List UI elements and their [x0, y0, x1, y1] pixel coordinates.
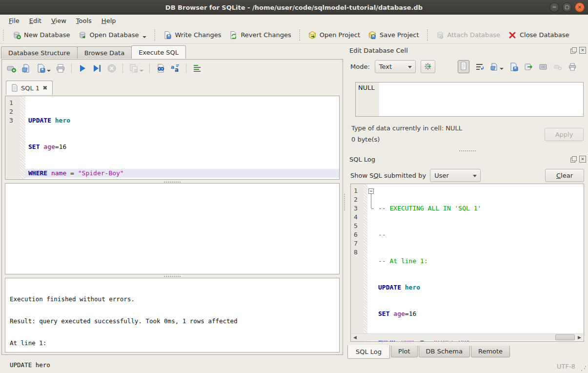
- tab-browse-data[interactable]: Browse Data: [77, 46, 132, 59]
- dock-tab-db-schema[interactable]: DB Schema: [419, 346, 470, 357]
- close-dock-icon[interactable]: ✕: [579, 47, 586, 54]
- dock-tab-bar: SQL Log Plot DB Schema Remote: [347, 346, 511, 359]
- menu-view[interactable]: View: [46, 16, 71, 26]
- export-results-icon: [129, 63, 139, 73]
- revert-changes-button[interactable]: Revert Changes: [225, 29, 295, 41]
- export-data-button[interactable]: [509, 62, 518, 71]
- message-line: Result: query executed successfully. Too…: [10, 317, 335, 325]
- edit-cell-dock-header: Edit Database Cell ✕: [349, 45, 586, 55]
- open-file-icon: [490, 62, 499, 71]
- print-button[interactable]: [56, 63, 65, 73]
- execute-line-button[interactable]: [92, 63, 102, 73]
- cell-size-info: 0 byte(s): [351, 136, 380, 143]
- editor-line-numbers: 1 2 3: [5, 96, 20, 179]
- sql-log-title: SQL Log: [349, 156, 375, 163]
- write-changes-button[interactable]: Write Changes: [159, 29, 225, 41]
- svg-text:a: a: [171, 64, 174, 70]
- menubar: File Edit View Tools Help: [0, 15, 588, 26]
- close-tab-icon[interactable]: ✖: [42, 84, 47, 91]
- new-database-button[interactable]: New Database: [8, 29, 74, 41]
- log-fold-markers: [367, 184, 375, 341]
- log-line: --: [375, 230, 584, 239]
- minimize-button[interactable]: ─: [549, 2, 559, 12]
- save-sql-file-button[interactable]: [36, 63, 51, 73]
- save-as-button[interactable]: [524, 62, 533, 71]
- auto-indent-button[interactable]: [192, 63, 202, 73]
- dock-splitter[interactable]: [420, 149, 515, 152]
- toolbar-handle[interactable]: [3, 30, 6, 41]
- chevron-down-icon: [142, 36, 146, 38]
- menu-help[interactable]: Help: [97, 16, 121, 26]
- chevron-down-icon: [47, 70, 51, 72]
- execution-message-pane[interactable]: Execution finished without errors. Resul…: [5, 278, 340, 352]
- open-project-button[interactable]: Open Project: [304, 29, 364, 41]
- fold-collapse-icon[interactable]: [367, 186, 375, 195]
- set-null-button: [553, 62, 562, 71]
- editor-fold-margin: [20, 96, 25, 179]
- cell-type-info: Type of data currently in cell: NULL: [351, 124, 462, 132]
- execute-all-button[interactable]: [78, 63, 87, 73]
- tab-database-structure[interactable]: Database Structure: [1, 46, 78, 59]
- tab-execute-sql[interactable]: Execute SQL: [131, 45, 186, 59]
- sql-log-filter-row: Show SQL submitted by User Clear: [350, 168, 584, 183]
- resize-grip[interactable]: [581, 366, 587, 372]
- auto-format-button[interactable]: [421, 60, 435, 73]
- menu-file[interactable]: File: [4, 16, 24, 26]
- save-project-button[interactable]: Save Project: [364, 29, 423, 41]
- encoding-label: UTF-8: [557, 363, 575, 370]
- panel-splitter[interactable]: [342, 44, 346, 360]
- scrollbar-track[interactable]: [359, 334, 576, 341]
- close-dock-icon[interactable]: ✕: [579, 156, 586, 163]
- export-results-button: [129, 63, 143, 73]
- open-sql-file-button[interactable]: [21, 63, 31, 73]
- find-replace-button[interactable]: [156, 63, 165, 73]
- filter-label: Show SQL submitted by: [350, 172, 426, 179]
- open-in-app-button[interactable]: [539, 62, 547, 71]
- scroll-right-button[interactable]: ▶: [576, 334, 583, 341]
- editor-code[interactable]: UPDATE hero SET age=16 WHERE name = "Spi…: [25, 96, 339, 179]
- scroll-left-button[interactable]: ◀: [351, 334, 359, 341]
- filter-combobox[interactable]: User: [430, 169, 481, 182]
- cell-editor-toolbar: [458, 60, 577, 73]
- menu-edit[interactable]: Edit: [24, 16, 46, 26]
- mode-combobox[interactable]: Text: [375, 60, 416, 73]
- toolbar-separator: [154, 29, 155, 41]
- float-dock-icon[interactable]: [570, 47, 577, 54]
- text-mode-button[interactable]: [458, 60, 469, 73]
- dock-tab-plot[interactable]: Plot: [391, 346, 418, 357]
- maximize-button[interactable]: ▢: [562, 2, 572, 12]
- dock-tab-sql-log[interactable]: SQL Log: [347, 345, 390, 359]
- stop-button: [107, 63, 117, 73]
- new-sql-tab-button[interactable]: [7, 63, 17, 73]
- close-database-button[interactable]: Close Database: [504, 29, 573, 41]
- project-open-icon: [308, 31, 317, 40]
- word-wrap-button[interactable]: [475, 62, 484, 71]
- sql-tab-label: SQL 1: [21, 84, 40, 92]
- scrollbar-thumb[interactable]: [555, 334, 575, 340]
- import-data-button[interactable]: [490, 62, 504, 71]
- cell-editor[interactable]: NULL: [355, 82, 584, 117]
- sql-log-view[interactable]: 12 34 56 78 -- EXECUTING ALL IN 'SQL 1' …: [350, 184, 584, 342]
- edit-cell-title: Edit Database Cell: [349, 47, 408, 54]
- close-icon: ✕: [578, 5, 582, 10]
- sql-document-tab[interactable]: SQL 1 ✖: [6, 81, 53, 95]
- menu-tools[interactable]: Tools: [71, 16, 97, 26]
- code-line: SET age=16: [25, 143, 339, 151]
- log-line: -- At line 1:: [375, 257, 584, 266]
- mode-value: Text: [379, 63, 392, 70]
- log-horizontal-scrollbar[interactable]: ◀ ▶: [351, 333, 583, 341]
- window-title: DB Browser for SQLite - /home/user/code/…: [165, 4, 423, 11]
- sql-editor[interactable]: 1 2 3 UPDATE hero SET age=16 WHERE name …: [5, 96, 340, 180]
- close-button[interactable]: ✕: [575, 2, 585, 12]
- open-database-button[interactable]: Open Database: [74, 29, 151, 41]
- filter-value: User: [434, 172, 449, 179]
- project-save-icon: [368, 31, 377, 40]
- toolbar-separator: [299, 29, 300, 41]
- dock-tab-remote[interactable]: Remote: [471, 346, 510, 357]
- float-dock-icon[interactable]: [570, 156, 577, 163]
- print-cell-button[interactable]: [568, 62, 577, 71]
- log-line: SET age=16: [375, 310, 584, 318]
- results-pane[interactable]: [5, 183, 340, 274]
- format-sql-button[interactable]: aa: [170, 63, 180, 73]
- clear-button[interactable]: Clear: [545, 169, 584, 182]
